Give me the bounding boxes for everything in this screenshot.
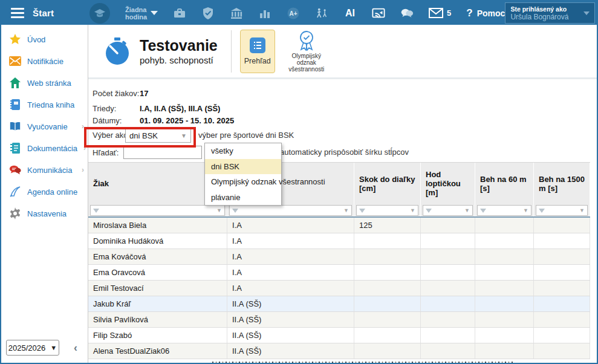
sidebar-item-nastavenia[interactable]: Nastavenia	[1, 203, 88, 224]
result-cell[interactable]	[421, 265, 475, 280]
sidebar-item-notifik-cie[interactable]: Notifikácie	[1, 50, 88, 72]
table-row[interactable]: Ema KováčováI.A	[88, 249, 590, 265]
student-name-cell[interactable]: Ema Oravcová	[88, 265, 227, 280]
class-cell[interactable]: II.A (SŠ)	[227, 343, 354, 359]
student-name-cell[interactable]: Dominika Hudáková	[88, 233, 227, 249]
sidebar-item-komunik-cia[interactable]: Komunikácia›	[1, 159, 88, 181]
result-cell[interactable]	[534, 328, 590, 343]
table-row[interactable]: Ema OravcováI.A	[88, 265, 590, 281]
institution-icon[interactable]	[230, 7, 243, 20]
graduation-cap-icon[interactable]	[89, 3, 110, 24]
result-cell[interactable]	[475, 281, 534, 296]
tab-overview[interactable]: Prehľad	[240, 30, 275, 73]
class-cell[interactable]: I.A	[227, 281, 354, 296]
result-cell[interactable]	[534, 218, 590, 233]
search-input[interactable]	[123, 146, 202, 159]
bar-chart-icon[interactable]	[258, 7, 271, 20]
class-cell[interactable]: II.A (SŠ)	[227, 312, 354, 327]
result-cell[interactable]	[475, 343, 534, 359]
column-filter[interactable]: ▼	[356, 205, 418, 216]
result-cell[interactable]	[534, 265, 590, 280]
chat-bubbles-icon[interactable]	[400, 7, 414, 20]
ai-button[interactable]: AI	[343, 7, 357, 20]
student-name-cell[interactable]: Emil Testovací	[88, 281, 227, 296]
result-cell[interactable]	[534, 343, 590, 359]
result-cell[interactable]	[475, 218, 534, 233]
result-cell[interactable]	[421, 218, 475, 233]
class-cell[interactable]: II.A (SŠ)	[227, 328, 354, 343]
result-cell[interactable]	[421, 328, 475, 343]
student-name-cell[interactable]: Silvia Pavlíková	[88, 312, 227, 327]
sidebar-item-web-str-nka[interactable]: Web stránka	[1, 72, 88, 94]
result-cell[interactable]	[354, 281, 421, 296]
help-button[interactable]: ? Pomoc	[466, 7, 505, 19]
school-year-select[interactable]: 2025/2026 ▼	[6, 340, 59, 356]
dropdown-option[interactable]: dni BSK	[205, 159, 281, 175]
sidebar-item--vod[interactable]: Úvod	[1, 28, 88, 50]
messages-button[interactable]: 5	[429, 8, 451, 18]
attendance-walking-icon[interactable]	[315, 7, 328, 20]
column-header[interactable]: Hod loptičkou [m]	[421, 163, 475, 204]
student-name-cell[interactable]: Miroslava Biela	[88, 218, 227, 233]
result-cell[interactable]	[475, 249, 534, 264]
account-menu[interactable]: Ste prihlásený ako Uršula Bognárová	[505, 2, 595, 24]
result-cell[interactable]	[354, 265, 421, 280]
action-select[interactable]: dni BSK ▼	[125, 128, 191, 143]
table-row[interactable]: Filip SzabóII.A (SŠ)	[88, 328, 590, 343]
result-cell[interactable]	[421, 249, 475, 264]
table-row[interactable]: Miroslava BielaI.A125	[88, 218, 590, 233]
result-cell[interactable]: 125	[354, 218, 421, 233]
result-cell[interactable]	[534, 312, 590, 327]
sidebar-item-triedna-kniha[interactable]: Triedna kniha	[1, 94, 88, 115]
class-cell[interactable]: I.A	[227, 218, 354, 233]
sidebar-item-dokument-cia[interactable]: Dokumentácia›	[1, 137, 88, 159]
result-cell[interactable]	[421, 296, 475, 311]
result-cell[interactable]	[534, 281, 590, 296]
table-row[interactable]: Emil TestovacíI.A	[88, 281, 590, 296]
result-cell[interactable]	[534, 233, 590, 249]
column-filter[interactable]: ▼	[229, 205, 352, 216]
column-filter[interactable]: ▼	[477, 205, 531, 216]
result-cell[interactable]	[354, 249, 421, 264]
dropdown-option[interactable]: plávanie	[205, 190, 281, 206]
table-row[interactable]: Jakub KráľII.A (SŠ)	[88, 296, 590, 312]
result-cell[interactable]	[475, 233, 534, 249]
result-cell[interactable]	[354, 296, 421, 311]
class-cell[interactable]: I.A	[227, 233, 354, 249]
shield-check-icon[interactable]	[201, 7, 215, 20]
student-name-cell[interactable]: Alena TestDualZiak06	[88, 343, 227, 359]
result-cell[interactable]	[475, 312, 534, 327]
student-name-cell[interactable]: Jakub Kráľ	[88, 296, 227, 311]
result-cell[interactable]	[475, 265, 534, 280]
result-cell[interactable]	[475, 296, 534, 311]
result-cell[interactable]	[354, 312, 421, 327]
result-cell[interactable]	[354, 328, 421, 343]
result-cell[interactable]	[421, 343, 475, 359]
result-cell[interactable]	[354, 233, 421, 249]
class-cell[interactable]: II.A (SŠ)	[227, 296, 354, 311]
start-button[interactable]: Štart	[33, 8, 54, 18]
table-row[interactable]: Silvia PavlíkováII.A (SŠ)	[88, 312, 590, 328]
student-name-cell[interactable]: Filip Szabó	[88, 328, 227, 343]
sidebar-collapse-button[interactable]: ‹	[74, 342, 77, 354]
result-cell[interactable]	[354, 343, 421, 359]
result-cell[interactable]	[534, 249, 590, 264]
result-cell[interactable]	[421, 312, 475, 327]
dropdown-option[interactable]: všetky	[205, 143, 281, 159]
class-cell[interactable]: I.A	[227, 249, 354, 264]
hamburger-menu-icon[interactable]	[11, 8, 24, 18]
column-header[interactable]: Skok do diaľky [cm]	[354, 163, 421, 204]
cast-screen-icon[interactable]	[372, 7, 385, 20]
result-cell[interactable]	[534, 296, 590, 311]
class-cell[interactable]: I.A	[227, 265, 354, 280]
sidebar-item-vyu-ovanie[interactable]: Vyučovanie›	[1, 115, 88, 137]
table-row[interactable]: Alena TestDualZiak06II.A (SŠ)	[88, 343, 590, 359]
grades-aplus-icon[interactable]: A+	[287, 7, 300, 20]
column-header[interactable]: Beh na 1500 m [s]	[534, 163, 590, 204]
student-name-cell[interactable]: Ema Kováčová	[88, 249, 227, 264]
result-cell[interactable]	[421, 233, 475, 249]
result-cell[interactable]	[475, 328, 534, 343]
sidebar-item-agenda-online[interactable]: Agenda online	[1, 181, 88, 203]
table-row[interactable]: Dominika HudákováI.A	[88, 233, 590, 249]
column-filter[interactable]: ▼	[536, 205, 588, 216]
